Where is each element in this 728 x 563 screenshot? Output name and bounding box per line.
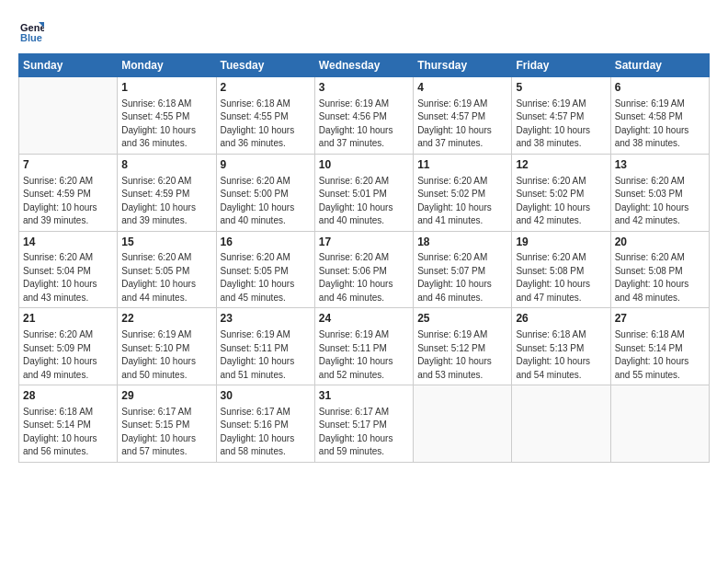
- day-info: Sunrise: 6:20 AM Sunset: 4:59 PM Dayligh…: [121, 175, 211, 228]
- calendar-row: 21Sunrise: 6:20 AM Sunset: 5:09 PM Dayli…: [19, 308, 710, 385]
- day-info: Sunrise: 6:18 AM Sunset: 5:13 PM Dayligh…: [516, 328, 606, 382]
- calendar-cell: 14Sunrise: 6:20 AM Sunset: 5:04 PM Dayli…: [19, 231, 118, 308]
- calendar-cell: 17Sunrise: 6:20 AM Sunset: 5:06 PM Dayli…: [314, 231, 413, 308]
- day-info: Sunrise: 6:20 AM Sunset: 5:06 PM Dayligh…: [319, 251, 409, 304]
- header-cell-monday: Monday: [118, 54, 216, 77]
- calendar-cell: 12Sunrise: 6:20 AM Sunset: 5:02 PM Dayli…: [512, 154, 610, 231]
- day-info: Sunrise: 6:19 AM Sunset: 4:56 PM Dayligh…: [319, 98, 409, 151]
- day-number: 27: [615, 311, 705, 327]
- calendar-cell: [19, 77, 118, 155]
- day-info: Sunrise: 6:17 AM Sunset: 5:15 PM Dayligh…: [121, 406, 211, 459]
- day-info: Sunrise: 6:20 AM Sunset: 5:08 PM Dayligh…: [516, 251, 606, 304]
- day-info: Sunrise: 6:20 AM Sunset: 5:04 PM Dayligh…: [23, 251, 113, 304]
- calendar-cell: 16Sunrise: 6:20 AM Sunset: 5:05 PM Dayli…: [216, 231, 314, 308]
- day-number: 30: [221, 388, 311, 404]
- day-info: Sunrise: 6:17 AM Sunset: 5:17 PM Dayligh…: [319, 406, 409, 459]
- calendar-cell: 10Sunrise: 6:20 AM Sunset: 5:01 PM Dayli…: [314, 154, 413, 231]
- header-cell-saturday: Saturday: [610, 54, 709, 77]
- day-info: Sunrise: 6:18 AM Sunset: 4:55 PM Dayligh…: [221, 98, 311, 151]
- calendar-cell: 21Sunrise: 6:20 AM Sunset: 5:09 PM Dayli…: [19, 308, 118, 385]
- header: General Blue: [18, 18, 710, 44]
- day-info: Sunrise: 6:20 AM Sunset: 5:05 PM Dayligh…: [221, 251, 311, 304]
- day-number: 5: [516, 80, 606, 96]
- day-number: 31: [319, 388, 409, 404]
- calendar-cell: 4Sunrise: 6:19 AM Sunset: 4:57 PM Daylig…: [414, 77, 512, 155]
- day-number: 23: [221, 311, 311, 327]
- day-info: Sunrise: 6:19 AM Sunset: 5:12 PM Dayligh…: [417, 328, 507, 382]
- calendar-cell: 24Sunrise: 6:19 AM Sunset: 5:11 PM Dayli…: [314, 308, 413, 385]
- day-number: 22: [121, 311, 211, 327]
- calendar-table: SundayMondayTuesdayWednesdayThursdayFrid…: [18, 53, 710, 463]
- header-cell-tuesday: Tuesday: [216, 54, 314, 77]
- calendar-page: General Blue SundayMondayTuesdayWednesda…: [0, 0, 728, 563]
- day-info: Sunrise: 6:19 AM Sunset: 4:57 PM Dayligh…: [516, 98, 606, 151]
- day-number: 14: [23, 235, 113, 250]
- calendar-cell: 9Sunrise: 6:20 AM Sunset: 5:00 PM Daylig…: [216, 154, 314, 231]
- day-info: Sunrise: 6:20 AM Sunset: 4:59 PM Dayligh…: [23, 175, 113, 228]
- calendar-cell: 1Sunrise: 6:18 AM Sunset: 4:55 PM Daylig…: [118, 77, 216, 155]
- day-info: Sunrise: 6:19 AM Sunset: 5:10 PM Dayligh…: [121, 328, 211, 382]
- day-info: Sunrise: 6:20 AM Sunset: 5:08 PM Dayligh…: [615, 251, 705, 304]
- calendar-row: 14Sunrise: 6:20 AM Sunset: 5:04 PM Dayli…: [19, 231, 710, 308]
- day-number: 17: [319, 235, 409, 250]
- header-cell-thursday: Thursday: [414, 54, 512, 77]
- day-number: 28: [23, 388, 113, 404]
- calendar-cell: 25Sunrise: 6:19 AM Sunset: 5:12 PM Dayli…: [414, 308, 512, 385]
- day-info: Sunrise: 6:20 AM Sunset: 5:02 PM Dayligh…: [516, 175, 606, 228]
- calendar-cell: [610, 385, 709, 463]
- logo-icon: General Blue: [18, 18, 44, 44]
- day-number: 10: [319, 157, 409, 173]
- day-number: 15: [121, 235, 211, 250]
- calendar-cell: 28Sunrise: 6:18 AM Sunset: 5:14 PM Dayli…: [19, 385, 118, 463]
- svg-text:Blue: Blue: [20, 32, 42, 43]
- header-cell-friday: Friday: [512, 54, 610, 77]
- day-number: 6: [615, 80, 705, 96]
- calendar-cell: 26Sunrise: 6:18 AM Sunset: 5:13 PM Dayli…: [512, 308, 610, 385]
- day-number: 7: [23, 157, 113, 173]
- day-number: 19: [516, 235, 606, 250]
- calendar-cell: 11Sunrise: 6:20 AM Sunset: 5:02 PM Dayli…: [414, 154, 512, 231]
- header-cell-wednesday: Wednesday: [314, 54, 413, 77]
- calendar-cell: 22Sunrise: 6:19 AM Sunset: 5:10 PM Dayli…: [118, 308, 216, 385]
- calendar-cell: 31Sunrise: 6:17 AM Sunset: 5:17 PM Dayli…: [314, 385, 413, 463]
- day-info: Sunrise: 6:20 AM Sunset: 5:02 PM Dayligh…: [417, 175, 507, 228]
- calendar-cell: 3Sunrise: 6:19 AM Sunset: 4:56 PM Daylig…: [314, 77, 413, 155]
- day-info: Sunrise: 6:20 AM Sunset: 5:03 PM Dayligh…: [615, 175, 705, 228]
- calendar-body: 1Sunrise: 6:18 AM Sunset: 4:55 PM Daylig…: [19, 77, 710, 463]
- day-number: 13: [615, 157, 705, 173]
- day-info: Sunrise: 6:19 AM Sunset: 5:11 PM Dayligh…: [221, 328, 311, 382]
- day-number: 11: [417, 157, 507, 173]
- calendar-cell: 30Sunrise: 6:17 AM Sunset: 5:16 PM Dayli…: [216, 385, 314, 463]
- day-info: Sunrise: 6:19 AM Sunset: 4:57 PM Dayligh…: [417, 98, 507, 151]
- calendar-cell: 7Sunrise: 6:20 AM Sunset: 4:59 PM Daylig…: [19, 154, 118, 231]
- day-number: 16: [221, 235, 311, 250]
- calendar-cell: 23Sunrise: 6:19 AM Sunset: 5:11 PM Dayli…: [216, 308, 314, 385]
- day-number: 8: [121, 157, 211, 173]
- day-info: Sunrise: 6:18 AM Sunset: 5:14 PM Dayligh…: [615, 328, 705, 382]
- day-info: Sunrise: 6:20 AM Sunset: 5:09 PM Dayligh…: [23, 328, 113, 382]
- calendar-cell: [512, 385, 610, 463]
- day-number: 2: [221, 80, 311, 96]
- day-info: Sunrise: 6:20 AM Sunset: 5:00 PM Dayligh…: [221, 175, 311, 228]
- day-number: 12: [516, 157, 606, 173]
- calendar-cell: 2Sunrise: 6:18 AM Sunset: 4:55 PM Daylig…: [216, 77, 314, 155]
- calendar-cell: 13Sunrise: 6:20 AM Sunset: 5:03 PM Dayli…: [610, 154, 709, 231]
- calendar-cell: 20Sunrise: 6:20 AM Sunset: 5:08 PM Dayli…: [610, 231, 709, 308]
- day-number: 9: [221, 157, 311, 173]
- day-number: 18: [417, 235, 507, 250]
- day-info: Sunrise: 6:18 AM Sunset: 5:14 PM Dayligh…: [23, 406, 113, 459]
- day-info: Sunrise: 6:18 AM Sunset: 4:55 PM Dayligh…: [121, 98, 211, 151]
- calendar-header: SundayMondayTuesdayWednesdayThursdayFrid…: [19, 54, 710, 77]
- day-number: 25: [417, 311, 507, 327]
- day-number: 29: [121, 388, 211, 404]
- calendar-cell: 15Sunrise: 6:20 AM Sunset: 5:05 PM Dayli…: [118, 231, 216, 308]
- logo: General Blue: [18, 18, 48, 44]
- day-number: 24: [319, 311, 409, 327]
- header-cell-sunday: Sunday: [19, 54, 118, 77]
- day-number: 1: [121, 80, 211, 96]
- day-info: Sunrise: 6:19 AM Sunset: 5:11 PM Dayligh…: [319, 328, 409, 382]
- calendar-cell: 8Sunrise: 6:20 AM Sunset: 4:59 PM Daylig…: [118, 154, 216, 231]
- day-number: 3: [319, 80, 409, 96]
- calendar-cell: 18Sunrise: 6:20 AM Sunset: 5:07 PM Dayli…: [414, 231, 512, 308]
- header-row: SundayMondayTuesdayWednesdayThursdayFrid…: [19, 54, 710, 77]
